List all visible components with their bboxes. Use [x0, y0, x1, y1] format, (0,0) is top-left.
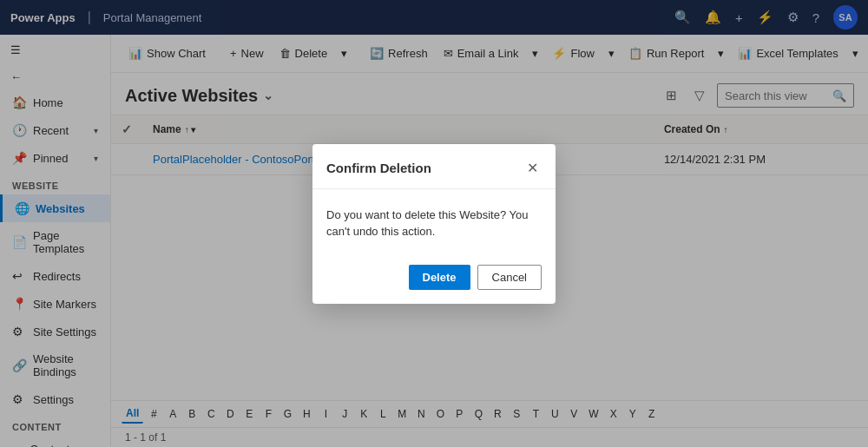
- modal-footer: Delete Cancel: [312, 265, 556, 304]
- modal-close-button[interactable]: ✕: [523, 158, 542, 178]
- confirm-deletion-modal: Confirm Deletion ✕ Do you want to delete…: [312, 144, 556, 304]
- modal-title: Confirm Deletion: [326, 161, 431, 175]
- modal-delete-button[interactable]: Delete: [409, 265, 470, 290]
- modal-header: Confirm Deletion ✕: [312, 144, 556, 189]
- modal-body: Do you want to delete this Website? You …: [312, 189, 556, 265]
- modal-body-text: Do you want to delete this Website? You …: [326, 208, 528, 239]
- modal-overlay: Confirm Deletion ✕ Do you want to delete…: [0, 0, 868, 447]
- modal-cancel-button[interactable]: Cancel: [477, 265, 542, 290]
